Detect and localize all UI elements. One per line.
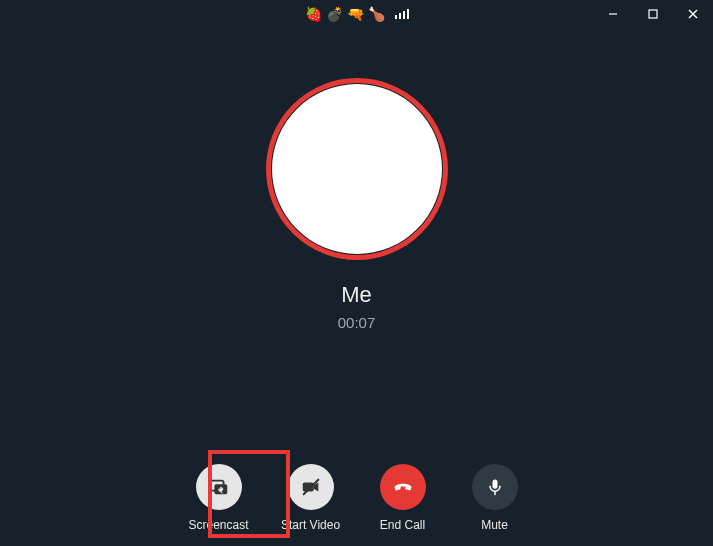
avatar-container (272, 84, 442, 254)
emoji-2: 💣 (326, 7, 343, 21)
end-call-label: End Call (380, 518, 425, 532)
maximize-button[interactable] (633, 0, 673, 28)
caller-name: Me (341, 282, 372, 308)
video-off-icon (300, 476, 322, 498)
avatar-highlight-ring (266, 78, 448, 260)
screencast-label: Screencast (188, 518, 248, 532)
svg-rect-9 (492, 480, 497, 489)
screencast-button[interactable]: Screencast (184, 464, 254, 532)
window-controls (593, 0, 713, 28)
emoji-1: 🍓 (305, 7, 322, 21)
call-timer: 00:07 (338, 314, 376, 331)
mute-button[interactable]: Mute (460, 464, 530, 532)
screencast-icon (208, 476, 230, 498)
close-button[interactable] (673, 0, 713, 28)
emoji-3: 🔫 (347, 7, 364, 21)
emoji-4: 🍗 (368, 7, 385, 21)
mute-label: Mute (481, 518, 508, 532)
end-call-icon (390, 474, 416, 500)
start-video-button[interactable]: Start Video (276, 464, 346, 532)
start-video-label: Start Video (281, 518, 340, 532)
titlebar: 🍓 💣 🔫 🍗 (0, 0, 713, 28)
signal-icon (395, 9, 409, 19)
call-controls: Screencast Start Video End Call (0, 464, 713, 532)
end-call-button[interactable]: End Call (368, 464, 438, 532)
minimize-button[interactable] (593, 0, 633, 28)
microphone-icon (485, 477, 505, 497)
call-window: 🍓 💣 🔫 🍗 Me 00:07 (0, 0, 713, 546)
svg-rect-1 (649, 10, 657, 18)
